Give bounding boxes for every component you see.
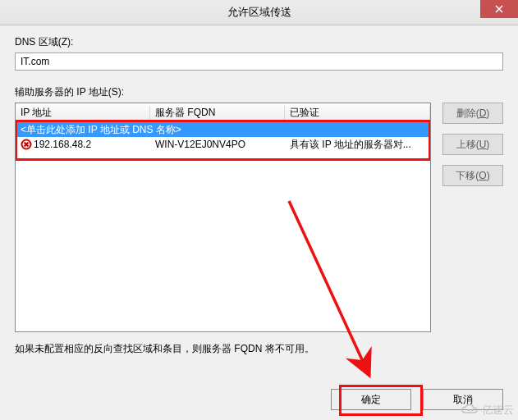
- add-entry-row[interactable]: <单击此处添加 IP 地址或 DNS 名称>: [16, 122, 430, 137]
- aux-servers-label: 辅助服务器的 IP 地址(S):: [15, 85, 503, 99]
- window-title: 允许区域传送: [0, 5, 518, 20]
- fqdn-hint: 如果未配置相应的反向查找区域和条目，则服务器 FQDN 将不可用。: [15, 342, 503, 356]
- list-header: IP 地址 服务器 FQDN 已验证: [16, 103, 430, 122]
- col-header-ip[interactable]: IP 地址: [16, 106, 150, 120]
- cell-ip: 192.168.48.2: [16, 139, 150, 150]
- dialog-root: 允许区域传送 DNS 区域(Z): IT.com 辅助服务器的 IP 地址(S)…: [0, 0, 518, 420]
- server-list[interactable]: IP 地址 服务器 FQDN 已验证 <单击此处添加 IP 地址或 DNS 名称…: [15, 103, 431, 332]
- server-list-wrap: IP 地址 服务器 FQDN 已验证 <单击此处添加 IP 地址或 DNS 名称…: [15, 103, 431, 332]
- list-body: <单击此处添加 IP 地址或 DNS 名称> 192.168.48.2 WIN-…: [16, 122, 430, 152]
- delete-button[interactable]: 删除(D): [442, 103, 503, 124]
- move-down-button[interactable]: 下移(O): [442, 165, 503, 186]
- col-header-fqdn[interactable]: 服务器 FQDN: [150, 106, 285, 120]
- error-icon: [21, 139, 32, 150]
- dns-zone-field[interactable]: IT.com: [15, 52, 503, 71]
- dialog-footer: 确定 取消: [0, 384, 518, 420]
- ok-button[interactable]: 确定: [331, 389, 411, 410]
- move-up-button[interactable]: 上移(U): [442, 134, 503, 155]
- table-row[interactable]: 192.168.48.2 WIN-V12EJ0NV4PO 具有该 IP 地址的服…: [16, 137, 430, 152]
- close-button[interactable]: [480, 0, 518, 18]
- mid-row: IP 地址 服务器 FQDN 已验证 <单击此处添加 IP 地址或 DNS 名称…: [15, 103, 503, 332]
- cell-fqdn: WIN-V12EJ0NV4PO: [150, 139, 285, 150]
- dns-zone-label: DNS 区域(Z):: [15, 35, 503, 49]
- cell-validated: 具有该 IP 地址的服务器对...: [285, 138, 430, 152]
- dns-zone-value: IT.com: [21, 56, 49, 67]
- col-header-validated[interactable]: 已验证: [285, 106, 430, 120]
- side-buttons: 删除(D) 上移(U) 下移(O): [442, 103, 503, 332]
- close-icon: [495, 5, 503, 13]
- cancel-button[interactable]: 取消: [423, 389, 503, 410]
- dialog-body: DNS 区域(Z): IT.com 辅助服务器的 IP 地址(S): IP 地址…: [0, 25, 518, 384]
- cell-ip-text: 192.168.48.2: [34, 139, 91, 150]
- titlebar: 允许区域传送: [0, 0, 518, 25]
- add-entry-text: <单击此处添加 IP 地址或 DNS 名称>: [16, 123, 430, 137]
